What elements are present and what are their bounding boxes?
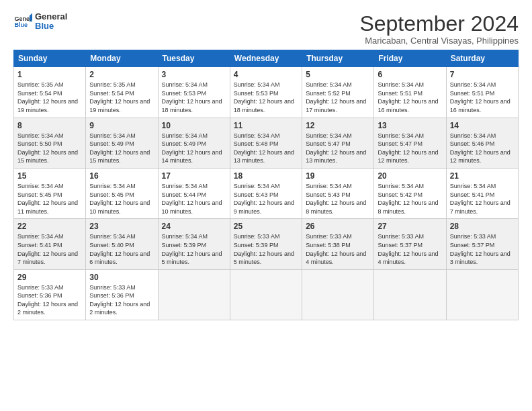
day-info: Sunrise: 5:34 AMSunset: 5:43 PMDaylight:… — [306, 182, 370, 216]
calendar-cell: 22 Sunrise: 5:34 AMSunset: 5:41 PMDaylig… — [14, 219, 86, 269]
calendar-cell — [446, 269, 518, 320]
day-number: 26 — [306, 222, 370, 231]
header: General Blue General Blue September 2024… — [13, 12, 519, 46]
day-number: 1 — [17, 70, 82, 79]
day-number: 23 — [89, 222, 154, 231]
calendar-cell: 27 Sunrise: 5:33 AMSunset: 5:37 PMDaylig… — [374, 219, 446, 269]
calendar-cell: 23 Sunrise: 5:34 AMSunset: 5:40 PMDaylig… — [86, 219, 158, 269]
day-number: 2 — [89, 70, 154, 79]
day-number: 20 — [378, 171, 442, 181]
calendar-header-thursday: Thursday — [302, 50, 374, 67]
calendar-table: SundayMondayTuesdayWednesdayThursdayFrid… — [13, 50, 519, 320]
title-block: September 2024 Maricaban, Central Visaya… — [359, 12, 519, 46]
month-title: September 2024 — [359, 12, 519, 36]
day-info: Sunrise: 5:33 AMSunset: 5:36 PMDaylight:… — [17, 283, 82, 317]
day-info: Sunrise: 5:34 AMSunset: 5:51 PMDaylight:… — [450, 81, 515, 114]
calendar-cell: 12 Sunrise: 5:34 AMSunset: 5:47 PMDaylig… — [302, 118, 374, 168]
day-number: 13 — [378, 121, 442, 130]
day-number: 18 — [234, 171, 298, 181]
logo-line1: General — [35, 12, 67, 21]
calendar-cell: 25 Sunrise: 5:33 AMSunset: 5:39 PMDaylig… — [230, 219, 302, 269]
day-info: Sunrise: 5:34 AMSunset: 5:41 PMDaylight:… — [17, 232, 82, 266]
day-info: Sunrise: 5:34 AMSunset: 5:49 PMDaylight:… — [89, 132, 154, 165]
calendar-cell: 1 Sunrise: 5:35 AMSunset: 5:54 PMDayligh… — [14, 67, 86, 118]
calendar-cell: 3 Sunrise: 5:34 AMSunset: 5:53 PMDayligh… — [158, 67, 230, 118]
calendar-week-2: 8 Sunrise: 5:34 AMSunset: 5:50 PMDayligh… — [14, 118, 519, 168]
day-number: 30 — [89, 273, 154, 282]
calendar-cell: 9 Sunrise: 5:34 AMSunset: 5:49 PMDayligh… — [86, 118, 158, 168]
calendar-cell — [302, 269, 374, 320]
calendar-header-friday: Friday — [374, 50, 446, 67]
day-number: 27 — [378, 222, 442, 231]
calendar-header-monday: Monday — [86, 50, 158, 67]
day-info: Sunrise: 5:34 AMSunset: 5:47 PMDaylight:… — [378, 132, 442, 165]
day-info: Sunrise: 5:33 AMSunset: 5:36 PMDaylight:… — [89, 283, 154, 317]
logo-line2: Blue — [35, 21, 67, 31]
calendar-cell: 20 Sunrise: 5:34 AMSunset: 5:42 PMDaylig… — [374, 168, 446, 218]
day-info: Sunrise: 5:34 AMSunset: 5:45 PMDaylight:… — [17, 182, 82, 216]
day-number: 22 — [17, 222, 82, 231]
calendar-header-sunday: Sunday — [14, 50, 86, 67]
day-number: 10 — [162, 121, 226, 130]
day-number: 29 — [17, 273, 82, 282]
day-number: 5 — [306, 70, 370, 79]
calendar-cell: 18 Sunrise: 5:34 AMSunset: 5:43 PMDaylig… — [230, 168, 302, 218]
location: Maricaban, Central Visayas, Philippines — [359, 36, 519, 46]
calendar-cell: 24 Sunrise: 5:34 AMSunset: 5:39 PMDaylig… — [158, 219, 230, 269]
calendar-cell: 29 Sunrise: 5:33 AMSunset: 5:36 PMDaylig… — [14, 269, 86, 320]
day-info: Sunrise: 5:34 AMSunset: 5:53 PMDaylight:… — [234, 81, 298, 114]
logo: General Blue General Blue — [13, 12, 67, 32]
day-info: Sunrise: 5:34 AMSunset: 5:53 PMDaylight:… — [162, 81, 226, 114]
day-number: 28 — [450, 222, 515, 231]
day-number: 21 — [450, 171, 515, 181]
day-info: Sunrise: 5:34 AMSunset: 5:45 PMDaylight:… — [89, 182, 154, 216]
calendar-header-saturday: Saturday — [446, 50, 518, 67]
day-number: 25 — [234, 222, 298, 231]
calendar-header-row: SundayMondayTuesdayWednesdayThursdayFrid… — [14, 50, 519, 67]
day-number: 16 — [89, 171, 154, 181]
calendar-cell: 28 Sunrise: 5:33 AMSunset: 5:37 PMDaylig… — [446, 219, 518, 269]
calendar-cell: 8 Sunrise: 5:34 AMSunset: 5:50 PMDayligh… — [14, 118, 86, 168]
calendar-cell: 2 Sunrise: 5:35 AMSunset: 5:54 PMDayligh… — [86, 67, 158, 118]
calendar-cell: 15 Sunrise: 5:34 AMSunset: 5:45 PMDaylig… — [14, 168, 86, 218]
day-info: Sunrise: 5:34 AMSunset: 5:41 PMDaylight:… — [450, 182, 515, 216]
calendar-header-wednesday: Wednesday — [230, 50, 302, 67]
day-info: Sunrise: 5:34 AMSunset: 5:44 PMDaylight:… — [162, 182, 226, 216]
calendar-cell: 30 Sunrise: 5:33 AMSunset: 5:36 PMDaylig… — [86, 269, 158, 320]
day-number: 11 — [234, 121, 298, 130]
day-info: Sunrise: 5:34 AMSunset: 5:40 PMDaylight:… — [89, 232, 154, 266]
day-info: Sunrise: 5:34 AMSunset: 5:52 PMDaylight:… — [306, 81, 370, 114]
calendar-week-4: 22 Sunrise: 5:34 AMSunset: 5:41 PMDaylig… — [14, 219, 519, 269]
calendar-cell: 6 Sunrise: 5:34 AMSunset: 5:51 PMDayligh… — [374, 67, 446, 118]
calendar-cell — [374, 269, 446, 320]
day-number: 17 — [162, 171, 226, 181]
calendar-cell: 19 Sunrise: 5:34 AMSunset: 5:43 PMDaylig… — [302, 168, 374, 218]
day-number: 8 — [17, 121, 82, 130]
day-info: Sunrise: 5:33 AMSunset: 5:37 PMDaylight:… — [378, 232, 442, 266]
day-number: 6 — [378, 70, 442, 79]
day-info: Sunrise: 5:34 AMSunset: 5:46 PMDaylight:… — [450, 132, 515, 165]
day-number: 4 — [234, 70, 298, 79]
day-number: 15 — [17, 171, 82, 181]
day-info: Sunrise: 5:34 AMSunset: 5:43 PMDaylight:… — [234, 182, 298, 216]
day-info: Sunrise: 5:34 AMSunset: 5:51 PMDaylight:… — [378, 81, 442, 114]
calendar-header-tuesday: Tuesday — [158, 50, 230, 67]
calendar-cell: 11 Sunrise: 5:34 AMSunset: 5:48 PMDaylig… — [230, 118, 302, 168]
calendar-cell: 7 Sunrise: 5:34 AMSunset: 5:51 PMDayligh… — [446, 67, 518, 118]
page: General Blue General Blue September 2024… — [0, 0, 532, 411]
day-info: Sunrise: 5:34 AMSunset: 5:39 PMDaylight:… — [162, 232, 226, 266]
calendar-cell: 13 Sunrise: 5:34 AMSunset: 5:47 PMDaylig… — [374, 118, 446, 168]
svg-text:Blue: Blue — [14, 22, 28, 29]
calendar-cell — [230, 269, 302, 320]
calendar-week-5: 29 Sunrise: 5:33 AMSunset: 5:36 PMDaylig… — [14, 269, 519, 320]
day-number: 14 — [450, 121, 515, 130]
day-info: Sunrise: 5:33 AMSunset: 5:38 PMDaylight:… — [306, 232, 370, 266]
calendar-cell: 4 Sunrise: 5:34 AMSunset: 5:53 PMDayligh… — [230, 67, 302, 118]
logo-icon: General Blue — [13, 12, 32, 31]
calendar-cell: 14 Sunrise: 5:34 AMSunset: 5:46 PMDaylig… — [446, 118, 518, 168]
day-number: 9 — [89, 121, 154, 130]
day-info: Sunrise: 5:34 AMSunset: 5:47 PMDaylight:… — [306, 132, 370, 165]
day-number: 19 — [306, 171, 370, 181]
day-number: 3 — [162, 70, 226, 79]
day-number: 24 — [162, 222, 226, 231]
